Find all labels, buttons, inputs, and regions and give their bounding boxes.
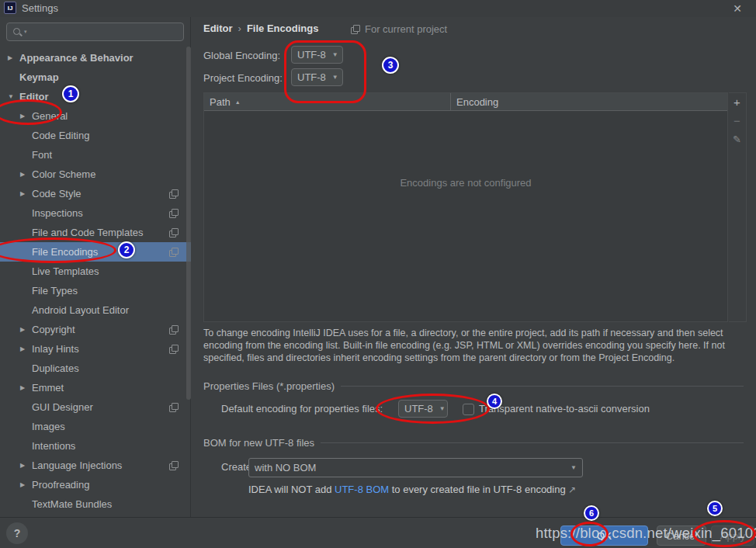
sort-ascending-icon: ▲	[235, 99, 241, 105]
sidebar-item-label: Code Editing	[32, 130, 89, 141]
breadcrumb-file-encodings: File Encodings	[247, 23, 318, 34]
create-utf8-files-select[interactable]: with NO BOM ▼	[248, 458, 583, 477]
project-scope-icon	[351, 25, 360, 34]
bom-note-text: IDEA will NOT add	[248, 484, 335, 495]
scope-indicator: For current project	[351, 23, 447, 35]
breadcrumb: Editor›File Encodings	[203, 23, 318, 34]
sidebar-scrollbar[interactable]	[186, 47, 191, 400]
sidebar-item-proofreading[interactable]: ▶Proofreading	[0, 475, 191, 494]
sidebar-item-code-style[interactable]: ▶Code Style	[0, 184, 191, 203]
sidebar-item-label: File and Code Templates	[32, 227, 144, 238]
sidebar-item-intentions[interactable]: Intentions	[0, 436, 191, 456]
sidebar-item-appearance-behavior[interactable]: ▶Appearance & Behavior	[0, 48, 191, 68]
sidebar-item-file-types[interactable]: File Types	[0, 281, 191, 300]
breadcrumb-separator: ›	[233, 23, 247, 34]
sidebar-item-copyright[interactable]: ▶Copyright	[0, 320, 191, 339]
sidebar-item-inlay-hints[interactable]: ▶Inlay Hints	[0, 339, 191, 359]
chevron-right-icon[interactable]: ▶	[20, 345, 32, 352]
sidebar-item-label: Language Injections	[32, 460, 122, 471]
per-project-configurable-icon	[169, 325, 179, 335]
transparent-ascii-label[interactable]: Transparent native-to-ascii conversion	[479, 403, 650, 414]
sidebar-item-duplicates[interactable]: Duplicates	[0, 359, 191, 378]
sidebar-item-label: GUI Designer	[32, 401, 93, 413]
per-project-configurable-icon	[169, 461, 179, 470]
sidebar-item-label: Intentions	[32, 440, 75, 452]
sidebar-item-gui-designer[interactable]: GUI Designer	[0, 397, 191, 417]
help-button[interactable]: ?	[6, 522, 28, 544]
sidebar-item-label: Proofreading	[32, 479, 89, 491]
annotation-badge-6: 6	[584, 505, 599, 521]
section-divider	[321, 442, 744, 443]
intellij-logo-icon: IJ	[4, 2, 16, 14]
chevron-right-icon[interactable]: ▶	[20, 113, 32, 120]
chevron-right-icon[interactable]: ▶	[20, 481, 32, 488]
window-title: Settings	[22, 2, 58, 14]
chevron-right-icon[interactable]: ▶	[20, 384, 32, 391]
remove-icon[interactable]: −	[729, 112, 745, 130]
chevron-down-icon[interactable]: ▼	[8, 93, 19, 100]
sidebar-item-editor[interactable]: ▼Editor	[0, 87, 191, 106]
default-properties-encoding-select[interactable]: UTF-8 ▼	[398, 400, 448, 418]
global-encoding-select[interactable]: UTF-8 ▼	[291, 46, 343, 64]
sidebar-item-inspections[interactable]: Inspections	[0, 203, 191, 223]
settings-sidebar: ▾ ▶Appearance & BehaviorKeymap▼Editor▶Ge…	[0, 17, 191, 517]
bom-note: IDEA will NOT add UTF-8 BOM to every cre…	[248, 484, 576, 495]
annotation-badge-3: 3	[382, 57, 399, 74]
chevron-right-icon[interactable]: ▶	[20, 462, 32, 469]
project-encoding-label: Project Encoding:	[203, 72, 283, 84]
sidebar-item-color-scheme[interactable]: ▶Color Scheme	[0, 165, 191, 184]
per-project-configurable-icon	[169, 189, 179, 199]
per-project-configurable-icon	[169, 345, 179, 354]
encodings-table: Path ▲ Encoding Encodings are not config…	[203, 92, 728, 322]
chevron-down-icon: ▼	[332, 74, 338, 81]
sidebar-item-language-injections[interactable]: ▶Language Injections	[0, 456, 191, 475]
sidebar-item-file-and-code-templates[interactable]: File and Code Templates	[0, 223, 191, 242]
breadcrumb-editor[interactable]: Editor	[203, 23, 233, 34]
path-column-label: Path	[210, 96, 231, 108]
per-project-configurable-icon	[169, 403, 179, 412]
global-encoding-value: UTF-8	[297, 49, 326, 61]
edit-icon[interactable]: ✎	[729, 130, 745, 149]
encoding-help-text: To change encoding IntelliJ IDEA uses fo…	[203, 327, 728, 364]
sidebar-item-label: Copyright	[32, 324, 75, 335]
chevron-right-icon[interactable]: ▶	[8, 54, 19, 61]
sidebar-item-live-templates[interactable]: Live Templates	[0, 262, 191, 281]
sidebar-item-android-layout-editor[interactable]: Android Layout Editor	[0, 300, 191, 320]
chevron-down-icon: ▼	[332, 51, 338, 58]
utf8-bom-link[interactable]: UTF-8 BOM	[335, 484, 389, 495]
chevron-right-icon[interactable]: ▶	[20, 190, 32, 197]
add-icon[interactable]: +	[729, 93, 745, 112]
external-link-icon[interactable]: ↗	[568, 484, 576, 495]
settings-dialog: IJ Settings ✕ ▾ ▶Appearance & BehaviorKe…	[0, 0, 756, 548]
scope-label: For current project	[365, 23, 447, 35]
default-properties-encoding-value: UTF-8	[404, 403, 433, 414]
close-icon[interactable]: ✕	[730, 1, 745, 16]
encoding-column-label: Encoding	[456, 96, 498, 108]
search-history-caret-icon: ▾	[24, 29, 27, 35]
sidebar-item-textmate-bundles[interactable]: TextMate Bundles	[0, 494, 191, 514]
sidebar-item-label: TextMate Bundles	[32, 498, 112, 510]
sidebar-item-emmet[interactable]: ▶Emmet	[0, 378, 191, 397]
sidebar-item-file-encodings[interactable]: File Encodings	[0, 242, 191, 262]
per-project-configurable-icon	[169, 228, 179, 238]
transparent-ascii-checkbox[interactable]	[463, 404, 474, 415]
properties-section-header: Properties Files (*.properties)	[203, 380, 744, 392]
sidebar-item-images[interactable]: Images	[0, 417, 191, 436]
default-properties-encoding-label: Default encoding for properties files:	[221, 403, 383, 414]
create-utf8-files-value: with NO BOM	[255, 462, 316, 473]
sidebar-item-font[interactable]: Font	[0, 145, 191, 165]
sidebar-item-label: Duplicates	[32, 362, 79, 374]
table-toolbar: + − ✎	[729, 92, 747, 322]
column-header-encoding[interactable]: Encoding	[451, 93, 727, 110]
sidebar-item-general[interactable]: ▶General	[0, 106, 191, 126]
project-encoding-select[interactable]: UTF-8 ▼	[291, 68, 343, 86]
bom-section-title: BOM for new UTF-8 files	[203, 437, 314, 449]
per-project-configurable-icon	[169, 209, 179, 218]
sidebar-item-keymap[interactable]: Keymap	[0, 68, 191, 87]
chevron-right-icon[interactable]: ▶	[20, 326, 32, 333]
sidebar-item-code-editing[interactable]: Code Editing	[0, 126, 191, 145]
column-header-path[interactable]: Path ▲	[204, 93, 451, 110]
search-input[interactable]: ▾	[6, 23, 184, 41]
sidebar-item-label: Images	[32, 421, 65, 432]
chevron-right-icon[interactable]: ▶	[20, 171, 32, 178]
